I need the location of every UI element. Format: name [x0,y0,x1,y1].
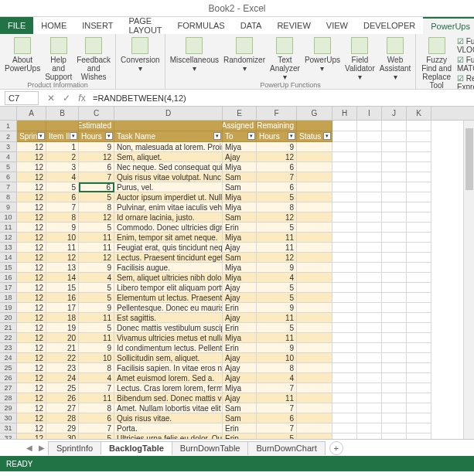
sheet-tab[interactable]: SprintInfo [48,441,101,455]
cell[interactable]: 12 [17,243,46,253]
cell[interactable] [382,434,407,439]
cell[interactable]: 17 [46,303,79,313]
cell[interactable]: 5 [257,283,297,293]
header-cell[interactable] [407,121,431,131]
cell[interactable] [332,353,357,363]
row-header[interactable]: 26 [0,373,17,383]
cell[interactable] [297,383,332,393]
cell[interactable]: 12 [257,253,297,263]
cell[interactable] [382,413,407,423]
ribbon-button[interactable]: FieldValidator ▾ [345,37,375,81]
row-header[interactable]: 32 [0,434,17,439]
cell[interactable] [357,363,382,373]
cell[interactable] [332,233,357,243]
cell[interactable]: 12 [17,263,46,273]
fx-icon[interactable]: fx [74,93,90,104]
cell[interactable]: Amet. Nullam lobortis vitae elit elemen [114,403,223,413]
cell[interactable]: 5 [79,192,114,202]
cell[interactable] [407,293,431,303]
cell[interactable] [382,162,407,172]
cell[interactable]: Sam [223,403,257,413]
header-cell[interactable] [114,121,223,131]
filter-button[interactable]: ▾ [37,132,45,140]
cell[interactable]: Miya [223,142,257,152]
cell[interactable]: 12 [17,142,46,152]
tab-data[interactable]: DATA [233,17,270,34]
cell[interactable]: Miya [223,233,257,243]
cell[interactable]: 27 [46,403,79,413]
cell[interactable]: 12 [257,152,297,162]
cell[interactable] [297,293,332,303]
cancel-icon[interactable]: ✕ [43,93,59,104]
cell[interactable] [407,434,431,439]
cell[interactable]: 1 [46,142,79,152]
cell[interactable] [357,323,382,333]
cell[interactable]: Ajay [223,373,257,383]
cell[interactable] [407,162,431,172]
header-cell[interactable] [357,131,382,142]
cell[interactable]: 7 [79,172,114,182]
cell[interactable]: 12 [17,343,46,353]
name-box[interactable]: C7 [5,91,39,105]
header-cell[interactable] [17,121,46,131]
column-header[interactable]: E [223,107,257,120]
cell[interactable] [382,283,407,293]
cell[interactable]: Ajay [223,283,257,293]
cell[interactable]: Bibendum sed. Donec mattis vestibulur [114,393,223,403]
header-cell[interactable]: Estimated [79,121,114,131]
row-header[interactable]: 17 [0,283,17,293]
cell[interactable]: 29 [46,423,79,434]
cell[interactable] [332,162,357,172]
cell[interactable] [297,313,332,323]
cell[interactable] [332,243,357,253]
sheet-tab[interactable]: BurnDownTable [172,441,249,455]
row-header[interactable]: 6 [0,172,17,182]
cell[interactable]: 30 [46,434,79,439]
cell[interactable]: 8 [79,202,114,212]
cell[interactable]: 7 [257,172,297,182]
header-cell[interactable] [332,131,357,142]
cell[interactable] [332,182,357,192]
cell[interactable] [297,273,332,283]
cell[interactable]: 12 [79,152,114,162]
cell[interactable]: Sam [223,172,257,182]
row-header[interactable]: 12 [0,233,17,243]
row-header[interactable]: 24 [0,353,17,363]
cell[interactable] [332,363,357,373]
cell[interactable] [332,393,357,403]
cell[interactable]: 25 [46,383,79,393]
cell[interactable] [382,343,407,353]
cell[interactable] [297,423,332,434]
cell[interactable]: Ajay [223,353,257,363]
cell[interactable] [382,313,407,323]
cell[interactable]: 5 [257,192,297,202]
scroll-sheets-right-icon[interactable]: ▶ [36,444,48,452]
cell[interactable]: 11 [46,243,79,253]
cell[interactable]: 12 [17,253,46,263]
cell[interactable] [407,243,431,253]
cell[interactable]: 7 [257,403,297,413]
cell[interactable]: 12 [17,403,46,413]
cell[interactable]: Facilisis sapien. In vitae eros nibh. Cr… [114,363,223,373]
filter-button[interactable]: ▾ [323,132,331,140]
cell[interactable]: 8 [79,403,114,413]
row-header[interactable]: 19 [0,303,17,313]
filter-button[interactable]: ▾ [70,132,77,140]
cell[interactable]: 9 [79,142,114,152]
cell[interactable]: 12 [17,383,46,393]
cell[interactable] [407,172,431,182]
cell[interactable] [407,353,431,363]
cell[interactable] [357,303,382,313]
cell[interactable]: 11 [79,393,114,403]
cell[interactable] [297,172,332,182]
cell[interactable]: 12 [17,162,46,172]
cell[interactable] [357,283,382,293]
cell[interactable] [332,403,357,413]
cell[interactable] [332,172,357,182]
row-header[interactable]: 15 [0,263,17,273]
tab-developer[interactable]: DEVELOPER [356,17,423,34]
cell[interactable]: 10 [79,353,114,363]
cell[interactable]: 12 [17,363,46,373]
cell[interactable]: 11 [257,393,297,403]
row-header[interactable]: 22 [0,333,17,343]
